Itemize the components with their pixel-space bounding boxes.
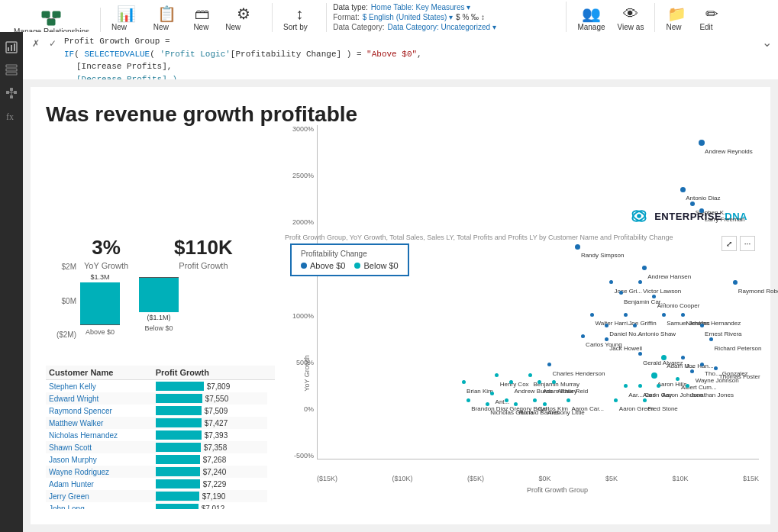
scatter-dot-label: Wayne Johnson	[696, 377, 739, 384]
scatter-dot[interactable]	[533, 398, 537, 402]
scatter-dot[interactable]	[624, 384, 628, 388]
scatter-dot[interactable]	[614, 398, 618, 402]
cell-profit-value: $7,229	[153, 478, 267, 490]
formula-cancel-button[interactable]: ✗	[29, 37, 43, 50]
profit-value-text: $7,809	[207, 382, 231, 391]
bar-cell: $7,012	[156, 504, 264, 509]
cell-profit-value: $7,012	[153, 502, 267, 509]
y-axis-labels: $2M $0M ($2M)	[53, 263, 76, 339]
relationships-icon	[40, 9, 62, 27]
cell-profit-value: $7,358	[153, 441, 267, 453]
cell-customer-name: John Long	[46, 502, 153, 509]
profit-value-text: $7,358	[204, 443, 228, 452]
new-column-icon: 📋	[156, 5, 177, 23]
new-table-icon: 🗃	[192, 5, 213, 23]
scatter-dot[interactable]	[567, 398, 570, 402]
scatter-dot[interactable]	[633, 324, 637, 327]
cell-customer-name: Wayne Rodriguez	[46, 466, 153, 478]
scatter-dot[interactable]	[681, 313, 685, 317]
scatter-dot[interactable]	[690, 369, 694, 373]
table-row: Nicholas Hernandez $7,393	[46, 429, 275, 441]
mini-bar	[156, 492, 199, 501]
x-axis-title: Profit Growth Group	[527, 486, 588, 494]
home-table-value[interactable]: Home Table: Key Measures ▾	[371, 3, 470, 11]
profit-value-text: $7,393	[205, 431, 228, 440]
legend-item-above: Above $0	[301, 261, 345, 270]
report-canvas: Was revenue growth profitable ENTERPRISE…	[31, 87, 770, 524]
table-row: Shawn Scott $7,358	[46, 441, 275, 453]
scatter-dot[interactable]	[690, 202, 695, 206]
scatter-dot[interactable]	[638, 384, 642, 388]
scatter-dot-label: Randy Simpson	[581, 252, 624, 259]
scatter-dot-label: Anthony Little	[547, 409, 584, 416]
scatter-dot[interactable]	[543, 402, 547, 406]
scatter-dot[interactable]	[605, 324, 609, 327]
scatter-dot[interactable]	[514, 402, 518, 406]
scatter-dot[interactable]	[651, 372, 657, 379]
sidebar-model-icon[interactable]	[2, 84, 21, 102]
scatter-dot[interactable]	[505, 398, 508, 402]
svg-rect-6	[8, 47, 9, 51]
scatter-dot[interactable]	[699, 140, 705, 146]
sidebar-dax-icon[interactable]: fx	[2, 107, 21, 125]
scatter-dot[interactable]	[709, 337, 713, 341]
bar-below-label-bottom: Below $0	[144, 324, 173, 332]
scatter-dot[interactable]	[661, 355, 667, 360]
scatter-dot[interactable]	[575, 244, 580, 250]
scatter-dot[interactable]	[686, 384, 689, 388]
scatter-dot[interactable]	[486, 402, 489, 406]
scatter-dot-label: Jonathan Jones	[690, 392, 734, 398]
report-title: Was revenue growth profitable	[46, 102, 755, 127]
cell-profit-value: $7,427	[153, 417, 267, 429]
bar-cell: $7,229	[156, 479, 264, 488]
scatter-dot[interactable]	[490, 392, 494, 395]
format-value[interactable]: $ English (United States) ▾	[363, 13, 453, 21]
table-row: Adam Hunter $7,229	[46, 478, 275, 490]
scatter-dot[interactable]	[643, 398, 647, 402]
scatter-dot[interactable]	[462, 380, 466, 384]
scatter-dot[interactable]	[700, 324, 704, 327]
scatter-dot-label: Charles Henderson	[552, 370, 605, 377]
formula-confirm-button[interactable]: ✓	[46, 37, 60, 50]
svg-rect-2	[47, 19, 55, 25]
mini-bar	[156, 406, 202, 415]
scatter-dot[interactable]	[662, 313, 666, 317]
scatter-dot-label: Arthur Reid	[557, 388, 588, 395]
formula-expand-button[interactable]: ⌄	[762, 35, 772, 50]
scatter-dot[interactable]	[624, 313, 628, 317]
cell-customer-name: Jason Murphy	[46, 453, 153, 466]
scatter-dot[interactable]	[609, 280, 613, 284]
sidebar-report-icon[interactable]	[2, 38, 21, 56]
scatter-dot[interactable]	[638, 280, 642, 284]
y-label-bottom: ($2M)	[53, 330, 76, 339]
cell-customer-name: Matthew Walker	[46, 417, 153, 429]
table-row: Matthew Walker $7,427	[46, 417, 275, 429]
profit-value-text: $7,427	[205, 419, 228, 427]
scatter-dot[interactable]	[681, 356, 685, 360]
scatter-dot[interactable]	[642, 266, 647, 270]
formula-text[interactable]: Profit Growth Group = IF( SELECTEDVALUE(…	[64, 35, 757, 85]
scatter-dot[interactable]	[466, 398, 470, 402]
scatter-dot[interactable]	[547, 363, 551, 366]
scatter-dot[interactable]	[581, 334, 585, 338]
scatter-dot-label: Antonio Cooper	[657, 302, 700, 309]
scatter-dot-label: Jack Howell	[609, 345, 642, 352]
bar-above: $1.3M Above $0	[80, 263, 120, 347]
mini-bar	[156, 467, 200, 476]
scatter-dot-label: Fred Stone	[647, 405, 678, 412]
new-group-icon: 📁	[666, 5, 687, 23]
scatter-dot[interactable]	[700, 363, 704, 366]
scatter-dot[interactable]	[495, 373, 499, 377]
scatter-dot[interactable]	[638, 352, 642, 356]
bar-cell: $7,190	[156, 492, 264, 501]
scatter-dot-label: Victor Lawson	[643, 288, 681, 295]
scatter-dot[interactable]	[733, 280, 738, 285]
scatter-dot[interactable]	[680, 187, 686, 192]
profit-value-text: $7,509	[205, 407, 228, 415]
scatter-plot[interactable]: Andrew ReynoldsAntonio DiazStephen K.Lar…	[282, 125, 759, 482]
scatter-dot[interactable]	[528, 373, 532, 377]
scatter-dot[interactable]	[590, 313, 594, 317]
cell-profit-value: $7,240	[153, 466, 267, 478]
data-category-value[interactable]: Data Category: Uncategorized ▾	[388, 23, 496, 31]
sidebar-data-icon[interactable]	[2, 61, 21, 79]
